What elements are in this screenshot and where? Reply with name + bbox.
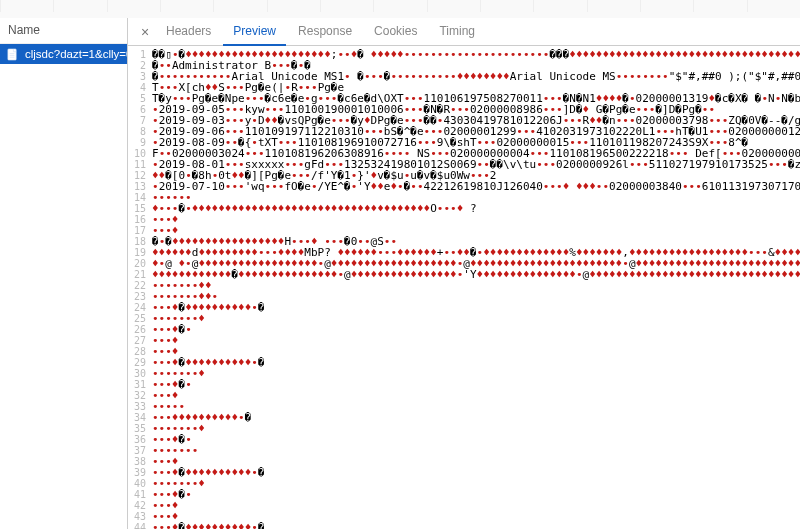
preview-line: 28•••♦ (128, 346, 800, 357)
svg-rect-0 (8, 48, 16, 59)
line-body: •2019-09-06•••110109197112210310•••bS�^�… (152, 126, 800, 137)
line-body: •2019-08-09••�{•tXT•••110108196910072716… (152, 137, 800, 148)
preview-line: 33••••• (128, 401, 800, 412)
line-body: •••♦�♦♦♦♦♦♦♦♦♦♦•� (152, 522, 800, 529)
tab-response[interactable]: Response (288, 18, 362, 46)
preview-line: 23•••••••♦♦• (128, 291, 800, 302)
line-number: 10 (128, 148, 152, 159)
line-body: •2019-07-10•••'wq•••fO�e•/YE^�•'Y♦♦e♦•�•… (152, 181, 800, 192)
line-number: 39 (128, 467, 152, 478)
line-number: 25 (128, 313, 152, 324)
line-body: •••♦ (152, 500, 800, 511)
preview-line: 39•••♦�♦♦♦♦♦♦♦♦♦♦•� (128, 467, 800, 478)
line-number: 26 (128, 324, 152, 335)
tab-headers[interactable]: Headers (156, 18, 221, 46)
preview-line: 20 ♦•@ ♦•@♦♦♦♦♦♦♦♦♦♦♦♦♦♦♦♦♦♦•@♦♦♦♦♦♦♦♦♦♦… (128, 258, 800, 269)
preview-line: 36•••♦�• (128, 434, 800, 445)
line-number: 12 (128, 170, 152, 181)
preview-line: 19♦♦♦♦♦♦d♦♦♦♦♦♦♦♦♦•••♦♦♦♦MbP?_♦♦♦♦♦♦•••♦… (128, 247, 800, 258)
top-ruler-ticks (0, 0, 800, 18)
line-number: 35 (128, 423, 152, 434)
line-body: •2019-09-05•••kyw•••110100190001010006••… (152, 104, 800, 115)
preview-line: 31•••♦�• (128, 379, 800, 390)
line-number: 2 (128, 60, 152, 71)
line-number: 24 (128, 302, 152, 313)
preview-line: 16•••♦ (128, 214, 800, 225)
line-body: •••♦�♦♦♦♦♦♦♦♦♦♦•� (152, 302, 800, 313)
preview-line: 25•••••••♦ (128, 313, 800, 324)
tab-preview[interactable]: Preview (223, 18, 286, 46)
line-number: 19 (128, 247, 152, 258)
line-number: 31 (128, 379, 152, 390)
line-body: ♦♦�[0•�8h•0t♦♦�][Pg�e•••/f'Y�1•}'♦v�$u•u… (152, 170, 800, 181)
preview-line: 13•2019-07-10•••'wq•••fO�e•/YE^�•'Y♦♦e♦•… (128, 181, 800, 192)
sidebar-header: Name (0, 18, 127, 44)
line-body: •2019-08-01•••sxxxxx•••gFd•••13253241980… (152, 159, 800, 170)
line-body: ••••••• (152, 445, 800, 456)
preview-line: 44•••♦�♦♦♦♦♦♦♦♦♦♦•� (128, 522, 800, 529)
preview-line: 14•••••• (128, 192, 800, 203)
line-body: �•�♦♦♦♦♦♦♦♦♦♦♦♦♦♦♦♦♦H•••♦ •••�0••@S•• (152, 236, 800, 247)
preview-line: 5T�y•••Pg�e�Npe•••�c6e�e•g•••�c6e�d\OXT•… (128, 93, 800, 104)
preview-line: 34•••♦♦♦♦♦♦♦♦♦♦•� (128, 412, 800, 423)
tab-cookies[interactable]: Cookies (364, 18, 427, 46)
line-body: •••••••♦ (152, 478, 800, 489)
line-body: •••••••♦♦• (152, 291, 800, 302)
line-number: 36 (128, 434, 152, 445)
preview-line: 10F••02000003024•••110108196206308916•••… (128, 148, 800, 159)
line-number: 27 (128, 335, 152, 346)
line-number: 15 (128, 203, 152, 214)
line-number: 20 (128, 258, 152, 269)
request-row-cljsdc[interactable]: cljsdc?dazt=1&clly=01&p... (0, 44, 127, 64)
line-body: •••♦ (152, 225, 800, 236)
response-preview-body[interactable]: 1��▯•�♦♦♦♦♦♦♦♦♦♦♦♦♦♦♦♦♦♦♦♦♦♦;••♦� ♦♦♦♦♦•… (128, 46, 800, 529)
line-body: •••♦ (152, 346, 800, 357)
preview-line: 21♦♦♦♦♦♦♦♦♦♦♦♦�♦♦♦♦♦♦♦♦♦♦♦♦♦♦♦•@♦♦♦♦♦♦♦♦… (128, 269, 800, 280)
line-body: •••♦�• (152, 434, 800, 445)
line-number: 4 (128, 82, 152, 93)
preview-line: 41•••♦�• (128, 489, 800, 500)
close-icon[interactable]: × (136, 23, 154, 41)
preview-line: 29•••♦�♦♦♦♦♦♦♦♦♦♦•� (128, 357, 800, 368)
preview-line: 12♦♦�[0•�8h•0t♦♦�][Pg�e•••/f'Y�1•}'♦v�$u… (128, 170, 800, 181)
line-body: •••••••♦ (152, 313, 800, 324)
line-body: ♦•@ ♦•@♦♦♦♦♦♦♦♦♦♦♦♦♦♦♦♦♦♦•@♦♦♦♦♦♦♦♦♦♦♦♦♦… (152, 258, 800, 269)
preview-line: 30•••••••♦ (128, 368, 800, 379)
file-icon (6, 48, 19, 61)
preview-line: 18�•�♦♦♦♦♦♦♦♦♦♦♦♦♦♦♦♦♦H•••♦ •••�0••@S•• (128, 236, 800, 247)
request-list-sidebar: Name cljsdc?dazt=1&clly=01&p... (0, 18, 128, 529)
preview-line: 15♦•••�•♦♦♦♦♦♦♦♦♦♦♦♦♦♦♦♦♦♦♦♦♦♦♦♦♦♦♦♦♦♦♦♦… (128, 203, 800, 214)
preview-line: 6•2019-09-05•••kyw•••110100190001010006•… (128, 104, 800, 115)
line-number: 1 (128, 49, 152, 60)
line-body: ♦•••�•♦♦♦♦♦♦♦♦♦♦♦♦♦♦♦♦♦♦♦♦♦♦♦♦♦♦♦♦♦♦♦♦♦♦… (152, 203, 800, 214)
line-body: •••♦�♦♦♦♦♦♦♦♦♦♦•� (152, 467, 800, 478)
preview-line: 37••••••• (128, 445, 800, 456)
line-body: •••♦ (152, 214, 800, 225)
line-body: ♦♦♦♦♦♦d♦♦♦♦♦♦♦♦♦•••♦♦♦♦MbP?_♦♦♦♦♦♦•••♦♦♦… (152, 247, 800, 258)
line-number: 14 (128, 192, 152, 203)
line-body: •••••••♦ (152, 423, 800, 434)
line-number: 8 (128, 126, 152, 137)
line-number: 29 (128, 357, 152, 368)
line-number: 34 (128, 412, 152, 423)
detail-tabs: × Headers Preview Response Cookies Timin… (128, 18, 800, 46)
line-number: 3 (128, 71, 152, 82)
preview-line: 3�•••••••••••Arial Unicode MS1• �•••�•••… (128, 71, 800, 82)
line-body: •••♦�• (152, 324, 800, 335)
preview-line: 2�••Administrator B•••�•� (128, 60, 800, 71)
line-number: 42 (128, 500, 152, 511)
line-number: 6 (128, 104, 152, 115)
tab-timing[interactable]: Timing (429, 18, 485, 46)
line-body: ••••• (152, 401, 800, 412)
line-body: �••Administrator B•••�•� (152, 60, 800, 71)
line-number: 43 (128, 511, 152, 522)
line-number: 13 (128, 181, 152, 192)
preview-line: 40•••••••♦ (128, 478, 800, 489)
line-body: T•••X[ch♦♦S•••Pg�e(|•R•••Pg�e (152, 82, 800, 93)
line-number: 33 (128, 401, 152, 412)
line-number: 11 (128, 159, 152, 170)
line-number: 30 (128, 368, 152, 379)
line-body: T�y•••Pg�e�Npe•••�c6e�e•g•••�c6e�d\OXT••… (152, 93, 800, 104)
line-body: ♦♦♦♦♦♦♦♦♦♦♦♦�♦♦♦♦♦♦♦♦♦♦♦♦♦♦♦•@♦♦♦♦♦♦♦♦♦♦… (152, 269, 800, 280)
line-number: 18 (128, 236, 152, 247)
